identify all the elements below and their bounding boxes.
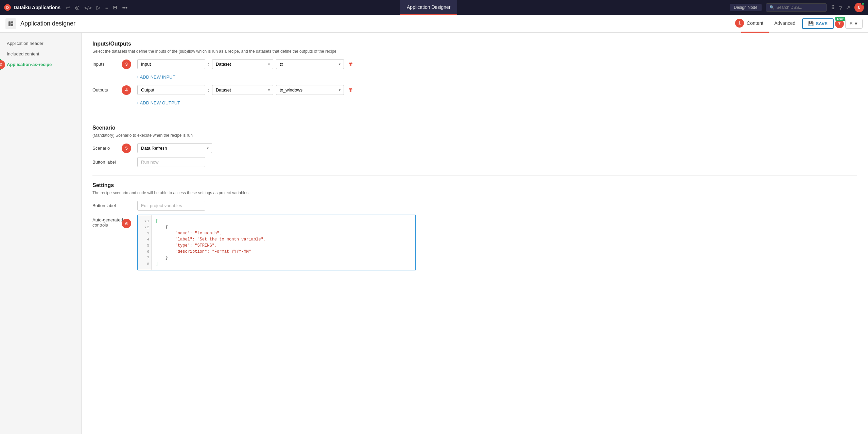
circle-icon[interactable]: ◎ xyxy=(75,4,80,11)
output-type-select[interactable]: Dataset xyxy=(212,85,273,95)
topbar-icons: ⇌ ◎ </> ▷ ≡ ⊞ ••• xyxy=(66,4,127,11)
output-value-select[interactable]: tx_windows xyxy=(276,85,344,95)
more-icon[interactable]: ••• xyxy=(122,5,127,11)
stack-icon[interactable]: ≡ xyxy=(105,5,108,11)
input-type-select[interactable]: Dataset xyxy=(212,59,273,69)
step7-container: 7 New xyxy=(835,19,844,28)
button-label-label: Button label xyxy=(92,160,133,165)
tab-advanced-label: Advanced xyxy=(774,20,795,26)
divider-2 xyxy=(92,175,857,176)
app-designer-tab[interactable]: Application Designer xyxy=(400,0,457,15)
button-label-row: Button label xyxy=(92,157,857,167)
tab-content-label: Content xyxy=(747,20,763,26)
auto-controls-row: Auto-generated controls 6 ▼1 ▼2 3 4 5 xyxy=(92,215,857,270)
input-value-wrapper: tx xyxy=(276,59,344,69)
delete-output-button[interactable]: 🗑 xyxy=(347,86,355,95)
io-section: Inputs/Outputs Select the datasets that … xyxy=(92,41,857,111)
tab-advanced[interactable]: Advanced xyxy=(769,15,801,33)
step-6-badge: 6 xyxy=(122,219,131,228)
code-editor-container: 6 ▼1 ▼2 3 4 5 6 7 8 xyxy=(137,215,416,270)
outputs-row: Outputs 4 : Dataset tx_windows xyxy=(92,85,857,95)
settings-description: The recipe scenario and code will be abl… xyxy=(92,190,857,195)
button-label-input[interactable] xyxy=(137,157,205,167)
step-3-badge: 3 xyxy=(122,60,131,69)
sidebar-item-app-header[interactable]: Application header xyxy=(0,38,81,49)
page-title: Application designer xyxy=(20,20,737,27)
code-content[interactable]: [ { "name": "tx_month", "label": "Set th… xyxy=(152,215,415,270)
sidebar-item-included-content[interactable]: Included content xyxy=(0,49,81,59)
tab-content[interactable]: 1 Content xyxy=(741,15,769,33)
code-editor[interactable]: ▼1 ▼2 3 4 5 6 7 8 [ { "name": "tx_month"… xyxy=(137,215,416,270)
scenario-section: Scenario (Mandatory) Scenario to execute… xyxy=(92,125,857,167)
save-icon: 💾 xyxy=(808,21,814,26)
io-description: Select the datasets that define the inpu… xyxy=(92,49,857,54)
play-icon[interactable]: ▷ xyxy=(97,4,101,11)
input-row-1: 3 : Dataset tx 🗑 xyxy=(137,59,355,69)
search-bar[interactable]: 🔍 Search DSS... xyxy=(766,3,827,12)
add-output-link[interactable]: + ADD NEW OUTPUT xyxy=(136,100,180,105)
code-icon[interactable]: </> xyxy=(84,5,92,11)
table-icon[interactable]: ⊞ xyxy=(113,4,117,11)
settings-section: Settings The recipe scenario and code wi… xyxy=(92,182,857,270)
step-2-badge: 2 xyxy=(0,60,5,69)
topbar-center: Application Designer xyxy=(133,0,724,15)
scenario-dropdown[interactable]: Data Refresh Run now xyxy=(137,143,212,153)
step-1-badge: 1 xyxy=(735,19,744,28)
new-badge: New xyxy=(835,17,845,21)
save-button[interactable]: 💾 SAVE xyxy=(802,18,833,29)
step-4-badge: 4 xyxy=(122,85,131,95)
input-name-field[interactable] xyxy=(137,59,205,69)
online-badge xyxy=(861,2,865,5)
sidebar-item-app-as-recipe-label: Application-as-recipe xyxy=(7,62,52,67)
line-numbers: ▼1 ▼2 3 4 5 6 7 8 xyxy=(138,215,152,270)
settings-title: Settings xyxy=(92,182,857,188)
search-placeholder: Search DSS... xyxy=(777,5,802,10)
output-name-field[interactable] xyxy=(137,85,205,95)
add-input-link[interactable]: + ADD NEW INPUT xyxy=(136,74,175,80)
settings-button-label-row: Button label xyxy=(92,201,857,211)
sidebar-item-included-content-label: Included content xyxy=(7,51,39,56)
output-row-1: 4 : Dataset tx_windows 🗑 xyxy=(137,85,355,95)
sidebar-item-app-header-label: Application header xyxy=(7,41,44,46)
secondbar: Application designer 1 Content Advanced … xyxy=(0,15,868,33)
sidebar-item-app-as-recipe[interactable]: 2 Application-as-recipe xyxy=(0,59,81,70)
scenario-select-wrapper: 5 Data Refresh Run now xyxy=(137,143,212,153)
divider-1 xyxy=(92,118,857,118)
brand-label: Dataiku Applications xyxy=(14,5,60,10)
step-5-badge: 5 xyxy=(122,144,131,153)
add-output-label: ADD NEW OUTPUT xyxy=(140,100,180,105)
add-input-plus: + xyxy=(136,74,139,80)
scenario-description: (Mandatory) Scenario to execute when the… xyxy=(92,133,857,138)
delete-input-button[interactable]: 🗑 xyxy=(347,60,355,69)
input-type-wrapper: Dataset xyxy=(212,59,273,69)
add-input-label: ADD NEW INPUT xyxy=(140,74,175,80)
save-label: SAVE xyxy=(816,21,827,26)
secondbar-right: 1 Content Advanced 💾 SAVE 7 New S ▼ xyxy=(741,15,863,33)
layout-icon xyxy=(5,18,16,29)
settings-button-label-label: Button label xyxy=(92,203,133,208)
output-type-wrapper: Dataset xyxy=(212,85,273,95)
brand[interactable]: D Dataiku Applications xyxy=(4,4,60,11)
actions-label: S ▼ xyxy=(850,21,858,26)
tab-navigation: 1 Content Advanced xyxy=(741,15,801,33)
input-value-select[interactable]: tx xyxy=(276,59,344,69)
sidebar: Application header Included content 2 Ap… xyxy=(0,33,82,434)
svg-rect-2 xyxy=(11,24,13,26)
inputs-row: Inputs 3 : Dataset tx xyxy=(92,59,857,69)
output-value-wrapper: tx_windows xyxy=(276,85,344,95)
analytics-icon[interactable]: ↗ xyxy=(846,4,850,11)
user-avatar[interactable]: U xyxy=(854,3,864,12)
topbar: D Dataiku Applications ⇌ ◎ </> ▷ ≡ ⊞ •••… xyxy=(0,0,868,15)
main-content: Inputs/Outputs Select the datasets that … xyxy=(82,33,868,434)
topbar-right: Design Node 🔍 Search DSS... ⠿ ? ↗ U xyxy=(730,3,864,12)
share-icon[interactable]: ⇌ xyxy=(66,4,70,11)
grid-icon[interactable]: ⠿ xyxy=(831,4,835,11)
io-title: Inputs/Outputs xyxy=(92,41,857,47)
settings-button-label-input[interactable] xyxy=(137,201,205,211)
scenario-row: Scenario 5 Data Refresh Run now xyxy=(92,143,857,153)
actions-button[interactable]: S ▼ xyxy=(845,19,863,29)
svg-rect-1 xyxy=(11,21,13,23)
brand-icon: D xyxy=(4,4,11,11)
scenario-dropdown-wrapper: Data Refresh Run now xyxy=(137,143,212,153)
help-icon[interactable]: ? xyxy=(839,5,842,11)
